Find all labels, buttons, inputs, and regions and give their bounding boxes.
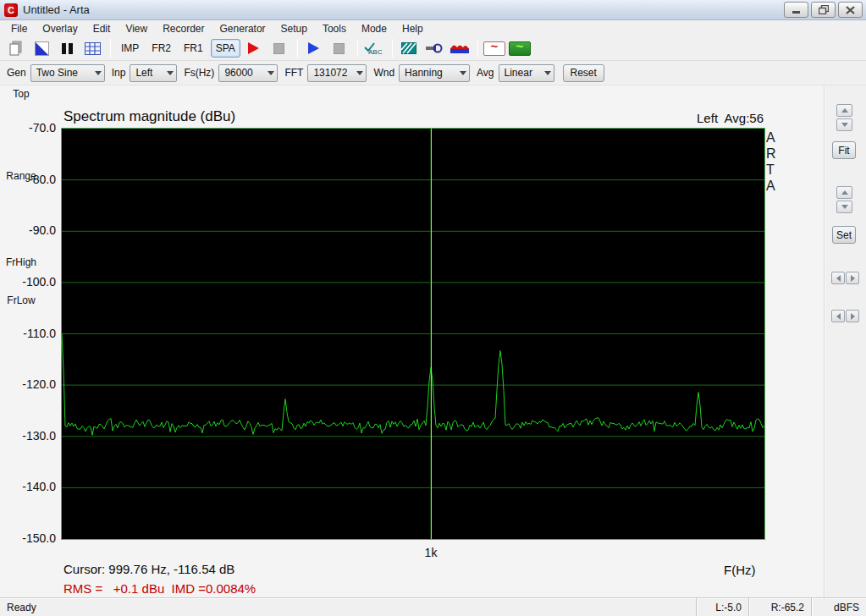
calibrate-button[interactable]: ABC	[363, 38, 385, 58]
top-up-button[interactable]	[836, 104, 852, 117]
reset-button[interactable]: Reset	[563, 64, 604, 82]
x-axis-tick-1k: 1k	[414, 546, 448, 559]
chevron-down-icon	[356, 71, 363, 75]
restore-button[interactable]	[811, 2, 836, 18]
menu-item-generator[interactable]: Generator	[212, 21, 273, 36]
menu-item-recorder[interactable]: Recorder	[155, 21, 212, 36]
top-spinner	[836, 104, 852, 133]
toolbar-mode-fr2[interactable]: FR2	[146, 39, 176, 58]
top-down-button[interactable]	[836, 118, 852, 131]
signal-probe-icon	[425, 43, 444, 53]
toolbar-mode-spa[interactable]: SPA	[211, 39, 240, 58]
set-button[interactable]: Set	[832, 226, 856, 244]
spectrum-scaling-button[interactable]	[398, 38, 420, 58]
record-stop-button[interactable]	[268, 38, 290, 58]
fft-label: FFT	[284, 67, 303, 79]
range-spinner	[836, 186, 852, 215]
y-tick-label: -90.0	[0, 223, 56, 237]
toolbar-mode-imp[interactable]: IMP	[116, 39, 144, 58]
red-sine-icon: ~	[483, 41, 505, 56]
menu-item-tools[interactable]: Tools	[315, 21, 354, 36]
new-file-button[interactable]	[5, 38, 27, 58]
toolbar-separator	[297, 39, 298, 58]
menu-item-setup[interactable]: Setup	[273, 21, 315, 36]
arta-app-icon: C	[4, 3, 18, 17]
play-button[interactable]	[303, 38, 325, 58]
fft-select[interactable]: 131072	[307, 64, 367, 82]
close-button[interactable]	[838, 2, 863, 18]
inp-label: Inp	[112, 67, 126, 79]
control-bar: Gen Two Sine Inp Left Fs(Hz) 96000 FFT 1…	[0, 61, 866, 85]
y-tick-label: -120.0	[0, 377, 56, 391]
cursor-readout: Cursor: 999.76 Hz, -116.54 dB	[63, 562, 234, 576]
frlow-left-button[interactable]	[831, 310, 845, 322]
wnd-select[interactable]: Hanning	[399, 64, 470, 82]
fs-label: Fs(Hz)	[184, 67, 214, 79]
play-stop-button[interactable]	[328, 38, 350, 58]
right-panel	[824, 85, 866, 597]
y-tick-label: -70.0	[0, 121, 56, 135]
fs-select[interactable]: 96000	[218, 64, 278, 82]
chevron-down-icon	[167, 71, 174, 75]
green-sine-icon: ~	[509, 41, 531, 56]
x-axis-label: F(Hz)	[724, 563, 756, 577]
minimize-icon	[792, 6, 801, 14]
sine-generator-button[interactable]: ~	[483, 38, 505, 58]
range-up-button[interactable]	[836, 186, 852, 199]
rms-imd-readout: RMS = +0.1 dBu IMD =0.0084%	[63, 581, 256, 596]
menu-item-overlay[interactable]: Overlay	[35, 21, 85, 36]
frhigh-spinner	[831, 272, 860, 284]
impulse-view-button[interactable]	[30, 38, 52, 58]
frlow-right-button[interactable]	[846, 310, 859, 322]
table-view-button[interactable]	[81, 38, 103, 58]
y-tick-label: -150.0	[0, 531, 56, 545]
range-down-button[interactable]	[836, 201, 852, 213]
diagonal-lines-icon	[401, 42, 416, 54]
unit-cell: dBFS	[811, 598, 866, 616]
menu-item-mode[interactable]: Mode	[354, 21, 394, 36]
fit-button[interactable]: Fit	[832, 141, 856, 159]
stop-icon	[334, 43, 345, 54]
probe-button[interactable]	[423, 38, 445, 58]
impulse-icon	[35, 41, 49, 56]
gen-select[interactable]: Two Sine	[30, 64, 105, 82]
menu-item-file[interactable]: File	[3, 21, 35, 36]
red-blue-wave-icon	[450, 42, 469, 54]
restore-icon	[819, 5, 829, 14]
svg-text:ABC: ABC	[368, 48, 383, 56]
frhigh-left-button[interactable]	[831, 272, 845, 284]
continuous-generator-button[interactable]: ~	[509, 38, 531, 58]
menu-item-view[interactable]: View	[118, 21, 155, 36]
dual-channel-button[interactable]	[449, 38, 471, 58]
range-label: Range	[0, 170, 42, 182]
arrow-up-icon	[841, 190, 848, 195]
arrow-right-icon	[851, 275, 855, 282]
menu-item-help[interactable]: Help	[394, 21, 431, 36]
toolbar-separator	[110, 39, 111, 58]
close-icon	[846, 6, 855, 14]
menu-bar: FileOverlayEditViewRecorderGeneratorSetu…	[0, 20, 866, 36]
spectrum-plot[interactable]	[61, 128, 765, 540]
table-grid-icon	[85, 42, 101, 55]
inp-select[interactable]: Left	[130, 64, 177, 82]
frhigh-right-button[interactable]	[846, 272, 859, 284]
red-play-icon	[248, 42, 259, 54]
record-button[interactable]	[243, 38, 265, 58]
chevron-down-icon	[95, 71, 102, 75]
gate-bars-button[interactable]	[56, 38, 78, 58]
frlow-label: FrLow	[0, 294, 42, 306]
avg-select[interactable]: Linear	[499, 64, 554, 82]
app-window: C Untitled - Arta FileOverlayEditViewRec…	[0, 0, 866, 616]
stop-icon	[273, 43, 284, 54]
minimize-button[interactable]	[784, 2, 808, 18]
arrow-right-icon	[851, 313, 855, 320]
toolbar: IMPFR2FR1SPA ABC	[0, 36, 866, 61]
toolbar-mode-fr1[interactable]: FR1	[179, 39, 208, 58]
cursor-line[interactable]	[431, 129, 432, 539]
chart-title: Spectrum magnitude (dBu)	[63, 108, 235, 125]
right-level-cell: R:-65.2	[748, 598, 811, 616]
new-document-icon	[8, 41, 24, 56]
menu-item-edit[interactable]: Edit	[85, 21, 119, 36]
spectrum-trace-svg	[62, 129, 764, 539]
title-bar[interactable]: C Untitled - Arta	[0, 0, 866, 20]
